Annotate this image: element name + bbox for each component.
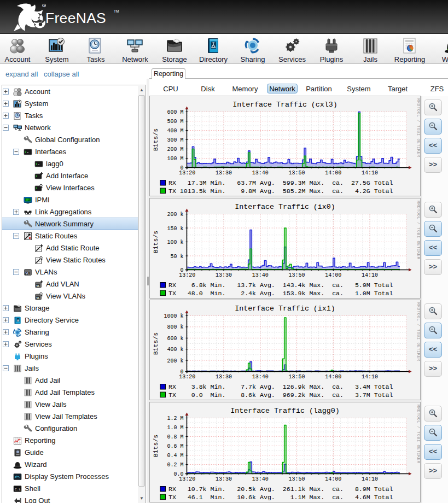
svg-text:800 k: 800 k — [167, 324, 183, 330]
svg-text:Bits/s: Bits/s — [152, 435, 159, 457]
svg-text:13:20: 13:20 — [179, 272, 195, 278]
svg-text:300 M: 300 M — [167, 137, 183, 143]
svg-text:13:30: 13:30 — [216, 374, 232, 380]
svg-text:Bits/s: Bits/s — [152, 332, 159, 355]
svg-text:14:10: 14:10 — [362, 170, 378, 176]
svg-text:400 k: 400 k — [167, 347, 183, 353]
svg-text:RX 10.7k Min. 20.5k Avg.: RX 10.7k Min. 20.5k Avg. 261.1k Max. ca.… — [168, 486, 393, 493]
svg-text:Interface Traffic (lagg0): Interface Traffic (lagg0) — [230, 407, 340, 415]
svg-text:RRDTOOL / TOBI OETIKER: RRDTOOL / TOBI OETIKER — [416, 302, 420, 361]
svg-text:13:20: 13:20 — [179, 476, 195, 482]
svg-text:14:10: 14:10 — [362, 476, 378, 482]
svg-text:RRDTOOL / TOBI OETIKER: RRDTOOL / TOBI OETIKER — [416, 405, 420, 463]
svg-text:R: R — [44, 4, 45, 7]
svg-text:1000 k: 1000 k — [164, 313, 183, 319]
svg-text:13:50: 13:50 — [289, 272, 305, 278]
svg-text:13:50: 13:50 — [289, 374, 305, 380]
svg-text:14:00: 14:00 — [325, 476, 341, 482]
svg-text:Interface Traffic (cxl3): Interface Traffic (cxl3) — [232, 101, 338, 109]
svg-text:50 k: 50 k — [170, 254, 183, 260]
svg-text:13:30: 13:30 — [216, 272, 232, 278]
svg-text:Interface Traffic (ix1): Interface Traffic (ix1) — [235, 305, 335, 313]
svg-text:RX 17.3M Min. 63.7M Avg.: RX 17.3M Min. 63.7M Avg. 599.3M Max. ca.… — [168, 179, 393, 186]
svg-text:100 k: 100 k — [167, 239, 183, 245]
svg-text:0.4 M: 0.4 M — [167, 453, 183, 459]
svg-text:RX 6.8k Min. 13.7k Avg.: RX 6.8k Min. 13.7k Avg. 143.4k Max. ca. … — [168, 282, 393, 289]
svg-text:VL: VL — [25, 272, 30, 275]
svg-text:13:40: 13:40 — [252, 170, 269, 176]
svg-text:RX 3.8k Min. 7.7k Avg.: RX 3.8k Min. 7.7k Avg. 126.9k Max. ca. 3… — [168, 383, 393, 390]
svg-text:1.2 M: 1.2 M — [167, 416, 183, 422]
svg-text:0.8 M: 0.8 M — [167, 434, 183, 440]
svg-text:0.2 M: 0.2 M — [167, 462, 183, 468]
svg-text:Interface Traffic (ix0): Interface Traffic (ix0) — [235, 203, 335, 211]
svg-text:TX 48.0 Min. 2.4k Avg.: TX 48.0 Min. 2.4k Avg. 153.9k Max. ca. 1… — [168, 290, 393, 297]
svg-text:13:40: 13:40 — [252, 272, 269, 278]
svg-text:TX 1013.5k Min. 9.8M Avg.: TX 1013.5k Min. 9.8M Avg. 585.2M Max. ca… — [168, 188, 393, 195]
svg-text:200 k: 200 k — [167, 358, 183, 364]
svg-text:14:10: 14:10 — [362, 374, 378, 380]
svg-text:TX 0.0 Min. 8.6k Avg.: TX 0.0 Min. 8.6k Avg. 969.2k Max. ca. 3.… — [168, 391, 393, 399]
svg-text:600 k: 600 k — [167, 336, 183, 342]
svg-text:VL: VL — [36, 284, 39, 288]
svg-text:13:40: 13:40 — [252, 374, 269, 380]
svg-text:13:20: 13:20 — [179, 374, 195, 380]
svg-text:200 k: 200 k — [167, 212, 183, 218]
svg-text:150 k: 150 k — [167, 226, 183, 232]
svg-text:C:\: C:\ — [15, 488, 21, 492]
svg-text:1.0 M: 1.0 M — [167, 425, 183, 431]
svg-text:500 M: 500 M — [167, 119, 183, 125]
svg-text:14:10: 14:10 — [362, 272, 378, 278]
svg-text:Bits/s: Bits/s — [152, 128, 159, 151]
svg-text:FreeNAS: FreeNAS — [45, 10, 106, 26]
svg-text:RRDTOOL / TOBI OETIKER: RRDTOOL / TOBI OETIKER — [416, 98, 420, 157]
svg-text:RRDTOOL / TOBI OETIKER: RRDTOOL / TOBI OETIKER — [416, 201, 420, 259]
svg-text:13:30: 13:30 — [216, 170, 232, 176]
svg-text:0.6 M: 0.6 M — [167, 443, 183, 449]
svg-text:14:00: 14:00 — [325, 170, 341, 176]
svg-text:14:00: 14:00 — [325, 374, 341, 380]
svg-text:13:30: 13:30 — [216, 476, 232, 482]
svg-text:TX 46.1 Min. 10.6k Avg.: TX 46.1 Min. 10.6k Avg. 1.1M Max. ca. 4.… — [168, 494, 393, 501]
svg-text:600 M: 600 M — [167, 109, 183, 115]
svg-text:VL: VL — [36, 296, 39, 300]
svg-text:400 M: 400 M — [167, 128, 183, 134]
svg-text:13:20: 13:20 — [179, 170, 195, 176]
svg-text:13:40: 13:40 — [252, 476, 269, 482]
svg-text:13:50: 13:50 — [289, 170, 305, 176]
svg-text:TM: TM — [114, 9, 119, 13]
svg-text:13:50: 13:50 — [289, 476, 305, 482]
svg-text:14:00: 14:00 — [325, 272, 341, 278]
svg-text:200 M: 200 M — [167, 147, 183, 153]
svg-text:100 M: 100 M — [167, 156, 183, 162]
